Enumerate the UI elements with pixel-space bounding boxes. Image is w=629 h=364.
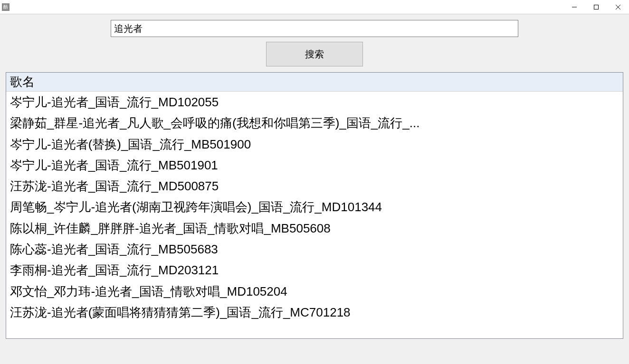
titlebar-buttons (563, 0, 629, 14)
list-item[interactable]: 岑宁儿-追光者(替换)_国语_流行_MB501900 (6, 134, 623, 155)
list-item[interactable]: 汪苏泷-追光者_国语_流行_MD500875 (6, 176, 623, 196)
titlebar-left: 酷 (0, 3, 12, 11)
close-button[interactable] (607, 0, 629, 14)
maximize-button[interactable] (585, 0, 607, 14)
list-body: 岑宁儿-追光者_国语_流行_MD102055 梁静茹_群星-追光者_凡人歌_会呼… (6, 92, 623, 323)
close-icon (616, 5, 620, 9)
content-area: 搜索 歌名 岑宁儿-追光者_国语_流行_MD102055 梁静茹_群星-追光者_… (0, 14, 629, 345)
list-item[interactable]: 陈心蕊-追光者_国语_流行_MB505683 (6, 239, 623, 260)
list-item[interactable]: 岑宁儿-追光者_国语_流行_MD102055 (6, 92, 623, 112)
list-item[interactable]: 周笔畅_岑宁儿-追光者(湖南卫视跨年演唱会)_国语_流行_MD101344 (6, 196, 623, 217)
results-list: 歌名 岑宁儿-追光者_国语_流行_MD102055 梁静茹_群星-追光者_凡人歌… (6, 72, 623, 339)
search-button[interactable]: 搜索 (266, 42, 363, 66)
list-item[interactable]: 李雨桐-追光者_国语_流行_MD203121 (6, 260, 623, 280)
button-row: 搜索 (6, 42, 623, 66)
list-header[interactable]: 歌名 (6, 73, 623, 92)
minimize-icon (572, 5, 577, 9)
list-item[interactable]: 陈以桐_许佳麟_胖胖胖-追光者_国语_情歌对唱_MB505608 (6, 218, 623, 239)
search-input[interactable] (111, 20, 518, 37)
search-row (6, 20, 623, 37)
list-item[interactable]: 汪苏泷-追光者(蒙面唱将猜猜猜第二季)_国语_流行_MC701218 (6, 302, 623, 323)
list-item[interactable]: 邓文怡_邓力玮-追光者_国语_情歌对唱_MD105204 (6, 281, 623, 302)
minimize-button[interactable] (563, 0, 585, 14)
titlebar: 酷 (0, 0, 629, 14)
svg-rect-1 (594, 5, 599, 9)
list-item[interactable]: 岑宁儿-追光者_国语_流行_MB501901 (6, 155, 623, 176)
maximize-icon (594, 5, 599, 9)
list-item[interactable]: 梁静茹_群星-追光者_凡人歌_会呼吸的痛(我想和你唱第三季)_国语_流行_... (6, 112, 623, 133)
app-icon: 酷 (2, 3, 10, 11)
